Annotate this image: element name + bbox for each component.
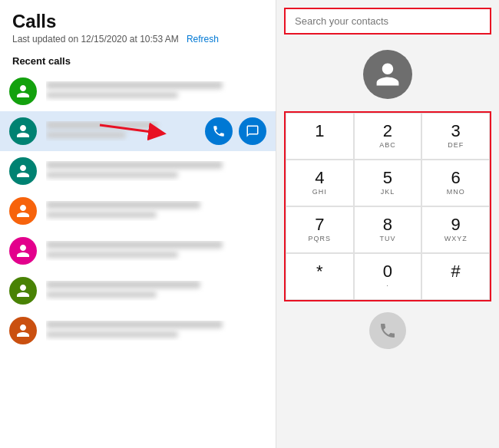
chat-button[interactable] — [239, 117, 266, 145]
calls-header: Calls Last updated on 12/15/2020 at 10:5… — [0, 0, 276, 48]
call-detail-blur — [46, 252, 178, 258]
last-updated: Last updated on 12/15/2020 at 10:53 AM R… — [12, 34, 263, 44]
dial-call-button[interactable] — [369, 312, 406, 349]
dial-key-2[interactable]: 2 ABC — [354, 113, 422, 160]
contact-name-blur — [46, 241, 223, 249]
subtitle-time: 10:53 AM — [140, 34, 179, 44]
right-panel: 1 2 ABC 3 DEF 4 GHI 5 JKL 6 MNO — [276, 0, 499, 448]
list-item[interactable] — [0, 151, 276, 191]
list-item[interactable] — [0, 311, 276, 351]
dial-key-6[interactable]: 6 MNO — [421, 160, 490, 206]
call-detail-blur — [46, 132, 126, 138]
search-input[interactable] — [284, 8, 491, 35]
list-item[interactable] — [0, 111, 276, 151]
dialpad: 1 2 ABC 3 DEF 4 GHI 5 JKL 6 MNO — [284, 111, 491, 301]
contact-name-blur — [46, 81, 223, 89]
dial-key-7[interactable]: 7 PQRS — [286, 206, 354, 253]
dial-key-3[interactable]: 3 DEF — [421, 113, 490, 160]
call-detail-blur — [46, 212, 157, 218]
call-detail-blur — [46, 331, 178, 338]
call-detail-blur — [46, 172, 178, 178]
page-title: Calls — [12, 11, 263, 32]
contact-name-blur — [46, 161, 223, 169]
dial-key-star[interactable]: * — [286, 253, 354, 300]
dial-key-0[interactable]: 0 · — [354, 253, 422, 300]
contact-name-blur — [46, 201, 200, 209]
call-info — [46, 121, 205, 141]
call-info — [46, 201, 266, 221]
subtitle-text: Last updated on 12/15/2020 at — [12, 34, 137, 44]
list-item[interactable] — [0, 71, 276, 111]
avatar — [9, 277, 37, 305]
call-info — [46, 321, 266, 341]
dial-key-4[interactable]: 4 GHI — [286, 160, 354, 206]
call-detail-blur — [46, 292, 157, 298]
dialpad-grid: 1 2 ABC 3 DEF 4 GHI 5 JKL 6 MNO — [286, 113, 490, 300]
refresh-link[interactable]: Refresh — [187, 34, 219, 44]
avatar — [9, 117, 37, 145]
dial-key-9[interactable]: 9 WXYZ — [421, 206, 490, 253]
contact-name-blur — [46, 281, 200, 288]
list-item[interactable] — [0, 271, 276, 311]
avatar — [9, 237, 37, 265]
call-list — [0, 71, 276, 448]
dial-key-5[interactable]: 5 JKL — [354, 160, 422, 206]
avatar — [9, 157, 37, 185]
phone-icon — [378, 321, 397, 340]
dial-key-1[interactable]: 1 — [286, 113, 354, 160]
list-item[interactable] — [0, 231, 276, 271]
contact-name-blur — [46, 121, 157, 129]
avatar — [9, 317, 37, 344]
call-button[interactable] — [205, 117, 233, 145]
call-actions — [205, 117, 266, 145]
contact-avatar-large — [363, 50, 412, 99]
dial-key-8[interactable]: 8 TUV — [354, 206, 422, 253]
contact-name-blur — [46, 321, 223, 328]
avatar — [9, 197, 37, 225]
call-info — [46, 161, 266, 181]
person-icon — [374, 61, 402, 88]
avatar — [9, 77, 37, 105]
recent-calls-label: Recent calls — [0, 48, 276, 71]
call-info — [46, 81, 266, 101]
calls-panel: Calls Last updated on 12/15/2020 at 10:5… — [0, 0, 276, 448]
list-item[interactable] — [0, 191, 276, 231]
call-info — [46, 281, 266, 301]
call-info — [46, 241, 266, 261]
dial-key-hash[interactable]: # — [421, 253, 490, 300]
call-detail-blur — [46, 92, 178, 98]
